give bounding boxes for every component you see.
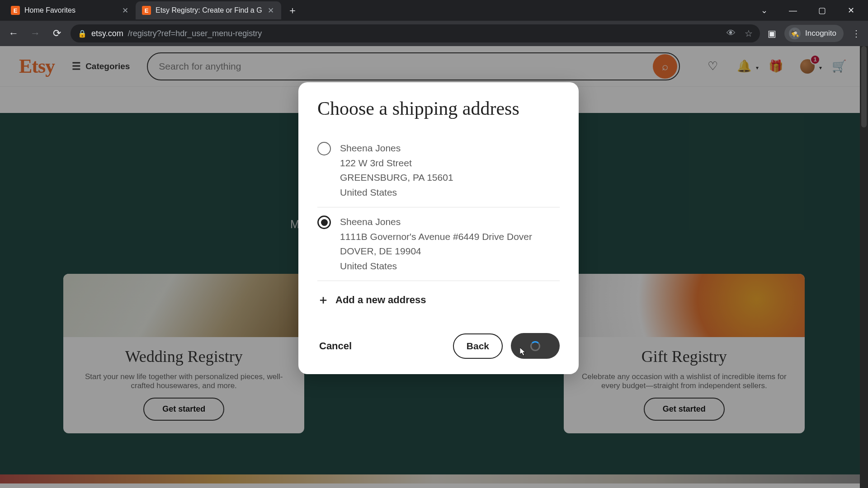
addr-street: 1111B Governor's Avenue #6449 Drive Dove… [340, 230, 532, 244]
new-tab-button[interactable]: ＋ [285, 3, 300, 18]
kebab-menu-icon[interactable]: ⋮ [850, 27, 863, 40]
incognito-icon: 🕵 [789, 28, 801, 39]
close-tab-icon[interactable]: ✕ [267, 6, 275, 14]
address-text: Sheena Jones 1111B Governor's Avenue #64… [340, 215, 532, 273]
close-tab-icon[interactable]: ✕ [121, 6, 129, 14]
cancel-button[interactable]: Cancel [317, 335, 354, 357]
incognito-label: Incognito [805, 29, 836, 38]
browser-chrome: E Home Favorites ✕ E Etsy Registry: Crea… [0, 0, 868, 46]
reload-icon[interactable]: ⟳ [49, 25, 65, 42]
shipping-address-modal: Choose a shipping address Sheena Jones 1… [298, 82, 579, 374]
incognito-indicator[interactable]: 🕵 Incognito [784, 25, 844, 42]
page-viewport: Etsy ☰ Categories ⌕ ♡ 🔔 🎁 1 🛒 Shop Cyber… [0, 46, 868, 488]
etsy-favicon-icon: E [11, 6, 20, 15]
tab-strip: E Home Favorites ✕ E Etsy Registry: Crea… [0, 0, 868, 21]
radio-selected-icon[interactable] [317, 216, 331, 229]
tab-search-icon[interactable]: ⌄ [755, 5, 773, 15]
lock-icon: 🔒 [78, 29, 87, 38]
address-list: Sheena Jones 122 W 3rd Street GREENSBURG… [317, 134, 560, 281]
minimize-icon[interactable]: — [784, 6, 802, 15]
etsy-favicon-icon: E [142, 6, 151, 15]
nav-back-icon[interactable]: ← [5, 25, 22, 42]
tab-title: Home Favorites [24, 6, 75, 14]
modal-title: Choose a shipping address [317, 98, 560, 119]
nav-forward-icon: → [27, 25, 43, 42]
extensions-icon[interactable]: ▣ [765, 27, 778, 40]
next-button-loading[interactable] [511, 333, 560, 359]
addr-country: United States [340, 185, 453, 200]
add-address-label: Add a new address [335, 294, 426, 306]
eye-off-icon[interactable]: 👁 [726, 28, 736, 39]
modal-actions: Cancel Back [317, 333, 560, 359]
window-controls: ⌄ — ▢ ✕ [755, 5, 868, 15]
bookmark-star-icon[interactable]: ☆ [745, 28, 753, 39]
mouse-cursor-icon [520, 347, 526, 357]
browser-toolbar: ← → ⟳ 🔒 etsy.com/registry?ref=hdr_user_m… [0, 21, 868, 46]
tab-home-favorites[interactable]: E Home Favorites ✕ [5, 1, 136, 19]
addr-city: GREENSBURG, PA 15601 [340, 170, 453, 185]
back-button[interactable]: Back [453, 333, 503, 359]
maximize-icon[interactable]: ▢ [813, 5, 831, 15]
addr-street: 122 W 3rd Street [340, 156, 453, 171]
close-window-icon[interactable]: ✕ [842, 5, 860, 15]
plus-icon: ＋ [317, 292, 329, 308]
address-text: Sheena Jones 122 W 3rd Street GREENSBURG… [340, 141, 453, 200]
address-option-2[interactable]: Sheena Jones 1111B Governor's Avenue #64… [317, 207, 560, 281]
url-domain: etsy.com [91, 29, 123, 38]
radio-unselected-icon[interactable] [317, 142, 331, 155]
addr-country: United States [340, 259, 532, 274]
addr-city: DOVER, DE 19904 [340, 244, 532, 259]
url-path: /registry?ref=hdr_user_menu-registry [128, 29, 262, 38]
tab-title: Etsy Registry: Create or Find a G [156, 6, 262, 14]
add-address-button[interactable]: ＋ Add a new address [317, 281, 560, 312]
svg-marker-0 [520, 347, 525, 356]
addr-name: Sheena Jones [340, 215, 532, 230]
address-option-1[interactable]: Sheena Jones 122 W 3rd Street GREENSBURG… [317, 134, 560, 207]
addr-name: Sheena Jones [340, 141, 453, 156]
address-bar[interactable]: 🔒 etsy.com/registry?ref=hdr_user_menu-re… [71, 24, 760, 42]
loading-spinner-icon [530, 341, 540, 351]
tab-etsy-registry[interactable]: E Etsy Registry: Create or Find a G ✕ [136, 1, 281, 19]
